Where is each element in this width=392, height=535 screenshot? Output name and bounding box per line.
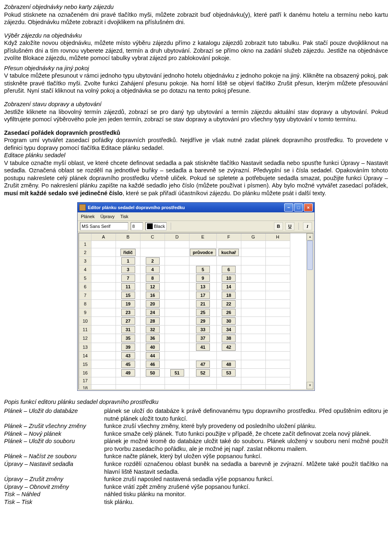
grid-cell[interactable]	[165, 384, 189, 389]
grid-cell[interactable]	[189, 384, 217, 389]
grid-cell[interactable]: 19	[116, 300, 140, 308]
grid-cell[interactable]: 37	[189, 334, 217, 343]
grid-cell[interactable]	[241, 265, 265, 274]
grid-cell[interactable]	[91, 265, 116, 274]
col-header[interactable]: H	[265, 233, 290, 241]
row-header[interactable]: 11	[79, 325, 91, 334]
grid-cell[interactable]	[241, 317, 265, 325]
grid-cell[interactable]	[165, 360, 189, 368]
grid-cell[interactable]: 45	[116, 360, 140, 368]
grid-cell[interactable]: 43	[116, 351, 140, 360]
row-header[interactable]: 16	[79, 368, 91, 377]
col-header[interactable]: E	[189, 233, 217, 241]
grid-cell[interactable]: 36	[140, 334, 165, 343]
col-header[interactable]: G	[241, 233, 265, 241]
grid-cell[interactable]: 42	[216, 343, 241, 351]
grid-cell[interactable]	[216, 384, 241, 389]
row-header[interactable]: 12	[79, 334, 91, 343]
grid-cell[interactable]	[91, 256, 116, 265]
row-header[interactable]: 17	[79, 377, 91, 384]
col-header[interactable]: F	[216, 233, 241, 241]
grid-cell[interactable]: 34	[216, 325, 241, 334]
grid-cell[interactable]: 9	[189, 274, 217, 282]
grid-cell[interactable]: 46	[140, 360, 165, 368]
grid-cell[interactable]	[241, 274, 265, 282]
row-header[interactable]: 6	[79, 282, 91, 291]
col-header[interactable]: A	[91, 233, 116, 241]
grid-cell[interactable]	[91, 274, 116, 282]
grid-cell[interactable]	[216, 256, 241, 265]
grid-cell[interactable]	[265, 334, 290, 343]
grid-cell[interactable]: 41	[189, 343, 217, 351]
grid-cell[interactable]: 18	[216, 291, 241, 300]
grid-cell[interactable]	[91, 377, 116, 384]
grid-cell[interactable]	[140, 377, 165, 384]
grid-cell[interactable]	[265, 241, 290, 248]
maximize-button[interactable]: □	[294, 203, 303, 212]
scroll-thumb[interactable]	[307, 241, 313, 270]
grid-cell[interactable]	[91, 384, 116, 389]
menu-upravy[interactable]: Úpravy	[100, 214, 115, 219]
col-header[interactable]: C	[140, 233, 165, 241]
grid-cell[interactable]	[189, 241, 217, 248]
grid-cell[interactable]	[116, 241, 140, 248]
row-header[interactable]: 7	[79, 291, 91, 300]
row-header[interactable]: 10	[79, 317, 91, 325]
grid-cell[interactable]	[91, 360, 116, 368]
grid-cell[interactable]	[241, 325, 265, 334]
grid-cell[interactable]: 20	[140, 300, 165, 308]
menu-planek[interactable]: Plánek	[81, 214, 95, 219]
grid-cell[interactable]	[241, 377, 265, 384]
grid-cell[interactable]: 30	[216, 317, 241, 325]
font-size-select[interactable]: 8	[131, 222, 143, 230]
grid-cell[interactable]: 6	[216, 265, 241, 274]
grid-cell[interactable]	[241, 300, 265, 308]
seat-grid-table[interactable]: ABCDEFGH12řidičprůvodcekuchař31243456578…	[79, 233, 290, 390]
grid-cell[interactable]: 40	[140, 343, 165, 351]
grid-cell[interactable]: 8	[140, 274, 165, 282]
grid-cell[interactable]: 51	[165, 368, 189, 377]
grid-cell[interactable]	[265, 368, 290, 377]
grid-cell[interactable]	[265, 351, 290, 360]
grid-cell[interactable]	[189, 377, 217, 384]
grid-cell[interactable]	[241, 241, 265, 248]
grid-cell[interactable]: 31	[116, 325, 140, 334]
grid-cell[interactable]	[140, 241, 165, 248]
grid-cell[interactable]	[91, 308, 116, 317]
row-header[interactable]: 18	[79, 384, 91, 389]
grid-cell[interactable]	[165, 325, 189, 334]
menu-tisk[interactable]: Tisk	[120, 214, 128, 219]
grid-cell[interactable]: 50	[140, 368, 165, 377]
grid-cell[interactable]	[265, 265, 290, 274]
seat-grid-canvas[interactable]: ABCDEFGH12řidičprůvodcekuchař31243456578…	[78, 233, 314, 390]
grid-cell[interactable]: 33	[189, 325, 217, 334]
grid-cell[interactable]	[241, 256, 265, 265]
grid-cell[interactable]	[91, 368, 116, 377]
grid-cell[interactable]: 49	[116, 368, 140, 377]
grid-cell[interactable]	[165, 265, 189, 274]
grid-cell[interactable]	[265, 308, 290, 317]
row-header[interactable]: 8	[79, 300, 91, 308]
minimize-button[interactable]: −	[284, 203, 293, 212]
grid-cell[interactable]	[265, 384, 290, 389]
grid-cell[interactable]: 28	[140, 317, 165, 325]
grid-cell[interactable]	[91, 248, 116, 256]
grid-cell[interactable]	[165, 274, 189, 282]
grid-cell[interactable]	[140, 248, 165, 256]
grid-cell[interactable]: 24	[140, 308, 165, 317]
grid-cell[interactable]	[265, 325, 290, 334]
grid-cell[interactable]	[241, 343, 265, 351]
grid-cell[interactable]	[241, 351, 265, 360]
grid-cell[interactable]	[165, 343, 189, 351]
grid-cell[interactable]	[165, 377, 189, 384]
grid-cell[interactable]	[241, 248, 265, 256]
grid-cell[interactable]	[165, 334, 189, 343]
row-header[interactable]: 4	[79, 265, 91, 274]
grid-cell[interactable]: 11	[116, 282, 140, 291]
grid-cell[interactable]: 27	[116, 317, 140, 325]
col-header[interactable]: B	[116, 233, 140, 241]
grid-cell[interactable]: průvodce	[189, 248, 217, 256]
grid-cell[interactable]: 1	[116, 256, 140, 265]
grid-cell[interactable]	[265, 300, 290, 308]
grid-cell[interactable]: 23	[116, 308, 140, 317]
